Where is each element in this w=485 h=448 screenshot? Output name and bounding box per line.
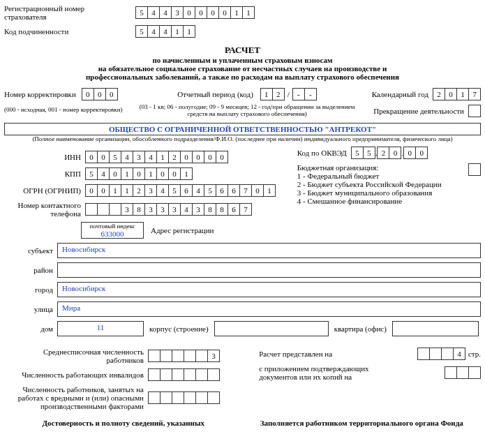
cell[interactable]: 1 <box>230 6 243 19</box>
cell[interactable]: 7 <box>239 184 252 197</box>
cell[interactable]: 0 <box>133 167 145 180</box>
cell[interactable]: 0 <box>94 88 106 100</box>
cell[interactable]: 2 <box>133 184 145 197</box>
okved-cells-a[interactable]: 55 <box>351 147 375 159</box>
hazard-cells[interactable] <box>148 391 220 404</box>
cell[interactable]: 5 <box>85 167 98 180</box>
cell[interactable]: 8 <box>204 203 216 216</box>
cell[interactable] <box>148 350 161 362</box>
cell[interactable]: 0 <box>218 6 231 19</box>
cell[interactable] <box>172 350 184 362</box>
cell[interactable] <box>195 368 208 381</box>
cell[interactable]: 3 <box>207 350 220 362</box>
cell[interactable]: 5 <box>135 6 148 19</box>
cell[interactable]: 7 <box>468 88 481 100</box>
cell[interactable]: 6 <box>227 203 240 216</box>
cell[interactable]: 0 <box>168 167 181 180</box>
cell[interactable]: 0 <box>85 151 98 163</box>
cell[interactable] <box>97 203 110 216</box>
cell[interactable] <box>468 105 481 117</box>
cell[interactable]: 4 <box>192 184 204 197</box>
cell[interactable]: 1 <box>156 151 169 163</box>
cell[interactable] <box>172 391 184 404</box>
cell[interactable]: 2 <box>168 151 181 163</box>
cell[interactable] <box>468 366 481 379</box>
cell[interactable]: 1 <box>180 167 193 180</box>
cell[interactable]: 7 <box>239 203 252 216</box>
invalids-cells[interactable] <box>148 368 220 381</box>
cell[interactable] <box>468 163 481 176</box>
cell[interactable] <box>148 391 161 404</box>
cell[interactable]: 1 <box>183 25 195 38</box>
cell[interactable] <box>207 391 220 404</box>
cell[interactable]: 1 <box>456 88 469 100</box>
cell[interactable]: 5 <box>109 151 121 163</box>
cell[interactable]: 4 <box>147 6 160 19</box>
cell[interactable]: 0 <box>97 184 110 197</box>
cell[interactable]: 0 <box>216 151 228 163</box>
cell[interactable]: 3 <box>144 203 157 216</box>
postcode-value[interactable]: 633000 <box>82 230 143 238</box>
cell[interactable]: 4 <box>453 348 465 360</box>
inn-cells[interactable]: 005434120000 <box>85 151 228 163</box>
cell[interactable]: - <box>292 88 305 100</box>
year-cells[interactable]: 2017 <box>433 88 481 100</box>
cell[interactable]: 4 <box>159 6 172 19</box>
cell[interactable]: 0 <box>85 184 98 197</box>
attach-cells[interactable] <box>445 366 481 379</box>
subject-field[interactable]: Новосибирск <box>57 243 481 258</box>
cell[interactable]: 1 <box>242 6 255 19</box>
cell[interactable]: 5 <box>135 25 148 38</box>
cell[interactable]: 1 <box>144 167 157 180</box>
cell[interactable]: 0 <box>389 147 401 159</box>
cell[interactable] <box>184 368 196 381</box>
cell[interactable]: 3 <box>171 6 184 19</box>
cell[interactable] <box>85 203 98 216</box>
cell[interactable]: 4 <box>121 151 133 163</box>
cell[interactable]: 1 <box>263 184 276 197</box>
cell[interactable]: 0 <box>195 6 207 19</box>
cell[interactable] <box>207 368 220 381</box>
cell[interactable]: 3 <box>168 203 181 216</box>
cell[interactable]: 3 <box>156 203 169 216</box>
cell[interactable]: 4 <box>147 25 160 38</box>
cell[interactable] <box>148 368 161 381</box>
sub-code-cells[interactable]: 54411 <box>135 25 195 38</box>
cell[interactable]: 3 <box>121 203 133 216</box>
cell[interactable]: 6 <box>216 184 228 197</box>
flat-field[interactable] <box>392 321 479 336</box>
cell[interactable]: 0 <box>105 88 118 100</box>
city-field[interactable]: Новосибирск <box>57 282 481 297</box>
cell[interactable]: 2 <box>377 147 389 159</box>
okved-cells-b[interactable]: 20 <box>377 147 401 159</box>
cell[interactable] <box>195 391 208 404</box>
cell[interactable]: 0 <box>445 88 457 100</box>
cell[interactable]: 0 <box>207 6 219 19</box>
cell[interactable]: 0 <box>251 184 264 197</box>
cell[interactable]: 0 <box>204 151 216 163</box>
cell[interactable]: 0 <box>97 151 110 163</box>
cell[interactable] <box>445 366 457 379</box>
cell[interactable]: 5 <box>204 184 216 197</box>
house-field[interactable]: 11 <box>57 321 144 336</box>
cell[interactable]: 5 <box>168 184 181 197</box>
cell[interactable]: 3 <box>144 184 157 197</box>
cell[interactable]: 3 <box>133 151 145 163</box>
cell[interactable]: 1 <box>121 184 133 197</box>
cell[interactable]: 4 <box>144 151 157 163</box>
cell[interactable] <box>172 368 184 381</box>
street-field[interactable]: Мира <box>57 301 481 317</box>
cell[interactable]: 0 <box>109 167 121 180</box>
cell[interactable] <box>456 366 469 379</box>
cell[interactable]: 6 <box>180 184 193 197</box>
cell[interactable]: 8 <box>133 203 145 216</box>
cell[interactable]: 0 <box>192 151 204 163</box>
cell[interactable] <box>109 203 121 216</box>
cell[interactable]: 0 <box>403 147 416 159</box>
cell[interactable]: 4 <box>159 25 172 38</box>
cell[interactable]: 0 <box>180 151 193 163</box>
headcount-cells[interactable]: 3 <box>148 350 220 362</box>
cell[interactable]: 0 <box>156 167 169 180</box>
cell[interactable]: 2 <box>272 88 285 100</box>
cell[interactable]: 1 <box>121 167 133 180</box>
